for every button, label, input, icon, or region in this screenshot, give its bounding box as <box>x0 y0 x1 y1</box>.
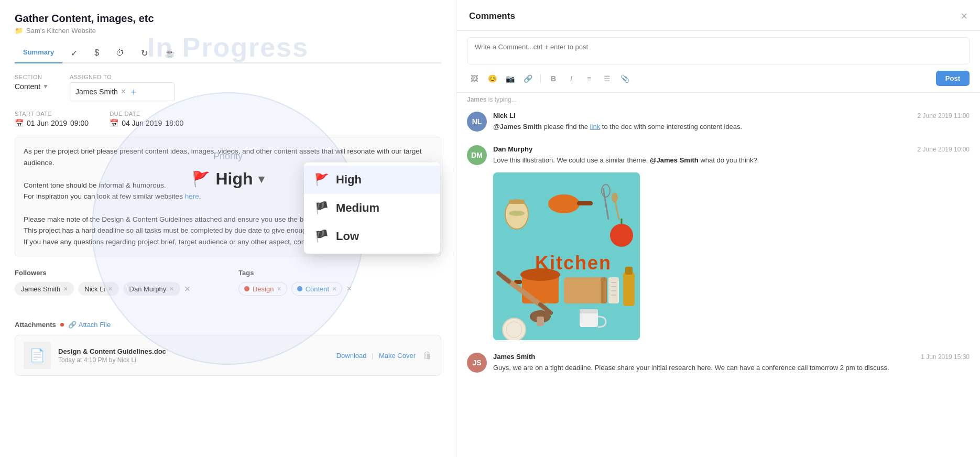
svg-point-4 <box>509 211 525 216</box>
comment-input[interactable] <box>467 37 970 64</box>
svg-rect-16 <box>601 277 607 303</box>
follower-nick-remove[interactable]: × <box>108 285 112 293</box>
attachment-actions: Download | Make Cover <box>336 352 416 360</box>
assigned-clear-btn[interactable]: × <box>121 87 126 96</box>
section-label: Section <box>15 74 49 80</box>
comment-toolbar: 🖼 😊 📷 🔗 B I ≡ ☰ 📎 Post <box>467 71 970 86</box>
due-calendar-icon: 📅 <box>110 119 118 127</box>
tags-section: Tags Design × Content × × <box>238 269 441 308</box>
followers-label: Followers <box>15 269 217 277</box>
follower-nick: Nick Li × <box>78 282 118 296</box>
link-toolbar-icon[interactable]: 🔗 <box>520 71 535 86</box>
attachment-dot <box>60 323 64 327</box>
priority-option-high[interactable]: 🚩 High <box>304 166 440 194</box>
make-cover-btn[interactable]: Make Cover <box>379 352 416 360</box>
section-dropdown-arrow: ▼ <box>42 83 49 90</box>
action-divider: | <box>372 352 374 360</box>
close-comments-btn[interactable]: × <box>961 9 967 23</box>
svg-rect-22 <box>580 309 598 313</box>
follower-james: James Smith × <box>15 282 74 296</box>
comment-dan-meta: Dan Murphy 2 June 2019 10:00 <box>493 145 970 153</box>
attach-file-btn[interactable]: 🔗 Attach File <box>68 321 111 329</box>
attachments-section: Attachments 🔗 Attach File 📄 Design & Con… <box>15 321 441 376</box>
tags-label: Tags <box>238 269 441 277</box>
assigned-field: Assigned To James Smith × ＋ <box>70 74 175 101</box>
svg-rect-3 <box>509 200 525 204</box>
attachment-name: Design & Content Guidelines.doc <box>58 347 329 355</box>
assigned-add-btn[interactable]: ＋ <box>129 85 138 98</box>
folder-icon: 📁 <box>15 27 23 35</box>
comment-james: JS James Smith 1 Jun 2019 15:30 Guys, we… <box>467 353 970 374</box>
checklist-icon: ✓ <box>71 49 78 58</box>
start-calendar-icon: 📅 <box>15 119 24 127</box>
photo-toolbar-icon[interactable]: 📷 <box>503 71 517 86</box>
image-toolbar-icon[interactable]: 🖼 <box>467 71 482 86</box>
comment-nick-body: Nick Li 2 June 2019 11:00 @James Smith p… <box>493 112 970 133</box>
ordered-list-toolbar-icon[interactable]: ≡ <box>582 71 596 86</box>
comment-james-body: James Smith 1 Jun 2019 15:30 Guys, we ar… <box>493 353 970 374</box>
project-name: Sam's Kitchen Website <box>26 27 96 35</box>
tag-content-remove[interactable]: × <box>332 285 336 293</box>
due-date-value[interactable]: 📅 04 Jun 2019 18:00 <box>110 119 183 127</box>
follower-dan: Dan Murphy × <box>123 282 180 296</box>
tags-list: Design × Content × × <box>238 282 441 296</box>
left-panel: In Progress Gather Content, images, etc … <box>0 0 456 457</box>
download-btn[interactable]: Download <box>336 352 367 360</box>
post-comment-btn[interactable]: Post <box>936 71 970 86</box>
comment-james-text: Guys, we are on a tight deadline. Please… <box>493 363 970 374</box>
tag-design: Design × <box>238 282 287 296</box>
attachments-label: Attachments <box>15 321 56 329</box>
tab-budget[interactable]: $ <box>86 44 107 63</box>
priority-medium-label: Medium <box>336 201 379 215</box>
add-follower-btn[interactable]: × <box>184 283 191 295</box>
bold-toolbar-icon[interactable]: B <box>546 71 561 86</box>
italic-toolbar-icon[interactable]: I <box>564 71 579 86</box>
kitchen-image: Kitchen <box>493 172 640 340</box>
svg-rect-6 <box>577 201 593 205</box>
svg-rect-28 <box>623 272 635 306</box>
assigned-input[interactable]: James Smith × ＋ <box>70 82 175 101</box>
tags-clear-all[interactable]: × <box>346 284 351 293</box>
priority-option-low[interactable]: 🏴 Low <box>304 222 440 251</box>
tag-design-remove[interactable]: × <box>277 285 281 293</box>
due-time-text: 18:00 <box>165 119 183 127</box>
comment-input-area: 🖼 😊 📷 🔗 B I ≡ ☰ 📎 Post <box>456 31 980 93</box>
start-date-label: Start Date <box>15 111 89 117</box>
mention-james: @James Smith <box>650 156 699 164</box>
toolbar-divider <box>540 74 541 83</box>
comment-link[interactable]: link <box>590 123 601 130</box>
comment-nick: NL Nick Li 2 June 2019 11:00 @James Smit… <box>467 112 970 133</box>
budget-icon: $ <box>94 48 99 57</box>
attachment-toolbar-icon[interactable]: 📎 <box>617 71 632 86</box>
comment-dan-time: 2 June 2019 10:00 <box>918 146 970 153</box>
follower-dan-remove[interactable]: × <box>169 285 173 293</box>
svg-point-5 <box>548 194 580 213</box>
follower-james-remove[interactable]: × <box>63 285 68 293</box>
comments-title: Comments <box>469 11 515 21</box>
tab-time[interactable]: ⏱ <box>107 44 133 63</box>
priority-option-medium[interactable]: 🏴 Medium <box>304 194 440 222</box>
unordered-list-toolbar-icon[interactable]: ☰ <box>600 71 614 86</box>
start-date-value[interactable]: 📅 01 Jun 2019 09:00 <box>15 119 89 127</box>
tab-checklist[interactable]: ✓ <box>62 44 86 63</box>
emoji-toolbar-icon[interactable]: 😊 <box>485 71 499 86</box>
attachment-thumbnail: 📄 <box>24 342 51 369</box>
svg-rect-15 <box>564 277 606 303</box>
attachment-delete-btn[interactable]: 🗑 <box>423 350 432 361</box>
avatar-james: JS <box>467 353 487 373</box>
svg-point-17 <box>610 224 633 247</box>
section-field: Section Content ▼ <box>15 74 49 101</box>
start-date-field: Start Date 📅 01 Jun 2019 09:00 <box>15 111 89 127</box>
comment-james-author: James Smith <box>493 353 535 361</box>
tab-summary[interactable]: Summary <box>15 44 62 63</box>
followers-list: James Smith × Nick Li × Dan Murphy × × <box>15 282 217 296</box>
high-flag-icon: 🚩 <box>314 173 329 187</box>
desc-link[interactable]: here <box>185 192 199 200</box>
tag-content-dot <box>297 286 302 291</box>
assigned-label: Assigned To <box>70 74 175 80</box>
attachment-info: Design & Content Guidelines.doc Today at… <box>58 347 329 364</box>
section-dropdown[interactable]: Content ▼ <box>15 82 49 91</box>
avatar-nick: NL <box>467 112 487 132</box>
priority-low-label: Low <box>336 230 359 243</box>
comment-james-time: 1 Jun 2019 15:30 <box>921 353 970 361</box>
